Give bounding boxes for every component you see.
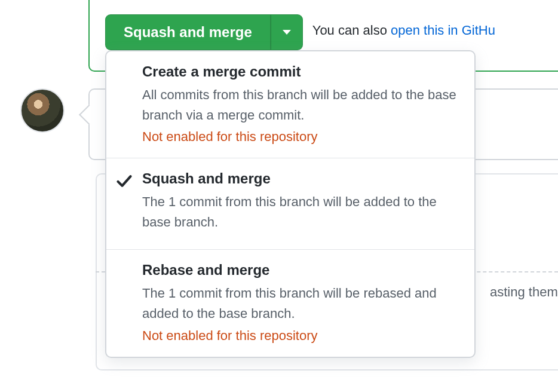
squash-merge-button[interactable]: Squash and merge xyxy=(105,14,271,50)
open-in-github-link[interactable]: open this in GitHu xyxy=(391,23,495,38)
merge-option-squash-and-merge[interactable]: Squash and merge The 1 commit from this … xyxy=(106,158,474,250)
merge-method-dropdown-toggle[interactable] xyxy=(271,14,303,50)
merge-option-warning: Not enabled for this repository xyxy=(142,129,458,145)
merge-option-rebase-and-merge[interactable]: Rebase and merge The 1 commit from this … xyxy=(106,250,474,356)
merge-option-title: Squash and merge xyxy=(142,170,458,187)
also-text-label: You can also xyxy=(312,23,391,38)
paste-hint-text: asting them xyxy=(490,284,558,300)
merge-option-title: Rebase and merge xyxy=(142,262,458,278)
check-icon xyxy=(116,173,133,189)
comment-arrow xyxy=(79,105,99,125)
caret-down-icon xyxy=(282,29,292,35)
open-elsewhere-text: You can also open this in GitHu xyxy=(312,14,495,38)
merge-option-desc: The 1 commit from this branch will be ad… xyxy=(142,192,458,232)
merge-option-warning: Not enabled for this repository xyxy=(142,328,458,344)
avatar[interactable] xyxy=(20,88,65,133)
merge-option-title: Create a merge commit xyxy=(142,63,458,80)
merge-option-desc: The 1 commit from this branch will be re… xyxy=(142,283,458,324)
merge-button-group: Squash and merge xyxy=(105,14,303,50)
merge-method-dropdown: Create a merge commit All commits from t… xyxy=(105,50,476,358)
merge-option-create-merge-commit[interactable]: Create a merge commit All commits from t… xyxy=(106,51,474,158)
merge-option-desc: All commits from this branch will be add… xyxy=(142,85,458,125)
